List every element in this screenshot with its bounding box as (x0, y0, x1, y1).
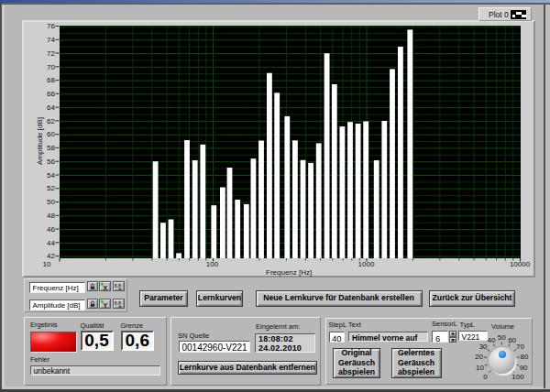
svg-text:8.8: 8.8 (114, 299, 121, 305)
svg-text:X: X (104, 284, 108, 290)
svg-text:8.8: 8.8 (114, 282, 121, 288)
svg-text:Y: Y (104, 301, 108, 308)
